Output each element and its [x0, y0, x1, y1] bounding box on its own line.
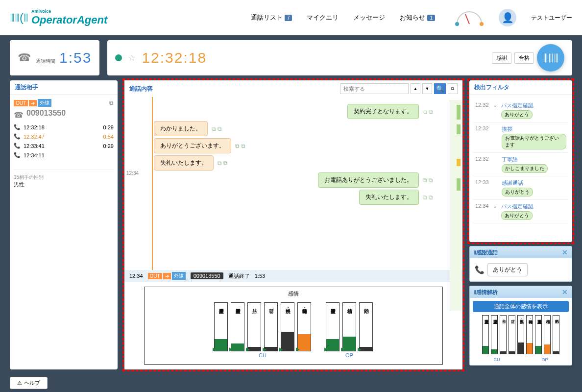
logo-icon: ⦀⦀(⦀: [10, 11, 28, 24]
mini-emotion-bar: 怒り: [500, 315, 507, 354]
emotion-bar: 困惑・不快▶: [281, 302, 294, 351]
search-button[interactable]: 🔍: [434, 83, 446, 94]
caller-panel-title: 通話相手: [10, 80, 118, 95]
copy-icon[interactable]: ⧉: [218, 125, 222, 132]
search-next-button[interactable]: ▼: [422, 83, 432, 94]
message-row: お電話ありがとうございました。⧉⧉: [154, 172, 433, 188]
pass-button[interactable]: 合格: [514, 52, 534, 64]
copy-icon[interactable]: ⧉: [429, 108, 433, 115]
message-row: わかりました。⧉⧉: [154, 121, 433, 136]
message-actions[interactable]: ⧉⧉: [423, 194, 433, 201]
emotion-bar: 通話重要度▶: [231, 302, 244, 351]
message-bubble[interactable]: わかりました。: [154, 121, 208, 136]
phone-icon: 📞: [14, 133, 21, 140]
close-icon[interactable]: ✕: [562, 248, 568, 256]
copy-icon[interactable]: ⧉: [218, 160, 222, 167]
mini-emotion-bar: 期待・興味: [526, 315, 533, 354]
copy-icon[interactable]: ⧉: [429, 194, 433, 201]
help-button[interactable]: ⚠ヘルプ: [10, 377, 48, 389]
copy-icon[interactable]: ⧉: [109, 99, 114, 106]
copy-icon[interactable]: ⧉: [423, 108, 427, 115]
emotion-popup-title: 感情解析: [476, 289, 498, 296]
search-prev-button[interactable]: ▲: [411, 83, 420, 94]
message-actions[interactable]: ⧉⧉: [423, 177, 433, 184]
gender-value: 男性: [14, 181, 114, 188]
show-emotion-button[interactable]: 通話全体の感情を表示: [473, 301, 569, 312]
nav-notice[interactable]: お知らせ1: [400, 13, 435, 22]
filter-panel: 検出フィルタ 12:32⌄パス指定確認ありがとう12:32挨拶お電話ありがとうご…: [469, 80, 572, 242]
thanks-button[interactable]: 感謝: [492, 52, 511, 64]
message-row: 失礼いたします。⧉⧉: [154, 190, 433, 205]
call-history-row[interactable]: 📞12:34:11: [14, 150, 114, 160]
mini-emotion-bar: 積極的: [544, 315, 551, 354]
message-row: 失礼いたします。⧉⧉: [154, 155, 433, 171]
emotion-bar: 通話重要度▶: [214, 302, 228, 351]
copy-icon[interactable]: ⧉: [212, 125, 216, 132]
chevron-down-icon[interactable]: ⌄: [493, 203, 497, 220]
user-name: テストユーザー: [531, 14, 572, 22]
copy-icon[interactable]: ⧉: [423, 177, 427, 184]
thanks-popup-title: 感謝通話: [476, 249, 498, 256]
copy-button[interactable]: ⧉: [448, 83, 458, 94]
message-actions[interactable]: ⧉⧉: [235, 143, 245, 149]
emotion-bar: 怒り▶: [247, 302, 261, 351]
message-actions[interactable]: ⧉⧉: [218, 160, 228, 167]
avatar[interactable]: 👤: [499, 9, 516, 26]
emotion-bar: 通話重要度▶: [326, 302, 340, 351]
message-bubble[interactable]: 失礼いたします。: [154, 155, 214, 171]
warning-icon: ⚠: [17, 380, 22, 386]
message-row: 契約完了となります。⧉⧉: [154, 104, 433, 119]
filter-item[interactable]: 12:32挨拶お電話ありがとうございます: [473, 122, 568, 153]
phone-icon: 📞: [14, 124, 21, 130]
nav-my-query[interactable]: マイクエリ: [307, 13, 339, 22]
call-direction-badge: OUT➜外線: [14, 99, 51, 107]
caller-number: 009013550: [26, 109, 66, 118]
filter-title: 検出フィルタ: [469, 80, 572, 95]
emotion-title: 感情: [146, 289, 440, 298]
call-list-badge: 7: [285, 15, 292, 21]
call-history-row[interactable]: 📞12:33:410:29: [14, 141, 114, 150]
message-bubble[interactable]: 契約完了となります。: [347, 104, 419, 119]
filter-item[interactable]: 12:33感謝通話ありがとう: [473, 176, 568, 200]
topnav: 通話リスト7 マイクエリ メッセージ お知らせ1 👤 テストユーザー: [251, 9, 572, 26]
call-history-row[interactable]: 📞12:32:180:29: [14, 122, 114, 132]
mini-emotion-bar: 活動的: [553, 315, 559, 354]
clock-time: 12:32:18: [142, 49, 207, 66]
filter-item[interactable]: 12:34⌄パス指定確認ありがとう: [473, 200, 568, 223]
cu-label: CU: [214, 352, 311, 358]
message-actions[interactable]: ⧉⧉: [212, 125, 222, 132]
filter-item[interactable]: 12:32⌄パス指定確認ありがとう: [473, 99, 568, 122]
minimap[interactable]: [450, 100, 461, 311]
status-bar: ☎ 通話時間 1:53 ☆ 12:32:18 感謝 合格 ⦀⦀⦀: [0, 35, 582, 80]
thanks-text: ありがとう: [487, 263, 528, 276]
mini-emotion-bar: 困惑・不快: [517, 315, 524, 354]
header: ⦀⦀(⦀ AmiVoice OperatorAgent 通話リスト7 マイクエリ…: [0, 0, 582, 35]
copy-icon[interactable]: ⧉: [235, 143, 240, 149]
filter-item[interactable]: 12:32丁寧語かしこまりました: [473, 153, 568, 176]
clock-panel: ☆ 12:32:18 感謝 合格 ⦀⦀⦀: [107, 40, 572, 75]
copy-icon[interactable]: ⧉: [241, 143, 245, 149]
call-time-label: 通話時間: [36, 58, 55, 65]
logo-text: AmiVoice OperatorAgent: [31, 9, 107, 26]
wave-button[interactable]: ⦀⦀⦀: [537, 44, 564, 72]
conversation-footer: 12:34 OUT➜外線 009013550 通話終了 1:53: [124, 270, 462, 282]
call-history-row[interactable]: 📞12:32:470:54: [14, 132, 114, 141]
copy-icon[interactable]: ⧉: [429, 177, 433, 184]
message-bubble[interactable]: お電話ありがとうございました。: [318, 172, 419, 188]
message-bubble[interactable]: 失礼いたします。: [359, 190, 419, 205]
footer-number: 009013550: [191, 272, 223, 279]
copy-icon[interactable]: ⧉: [223, 160, 228, 167]
search-input[interactable]: [340, 83, 409, 94]
op-label: OP: [326, 352, 373, 358]
mini-emotion-bar: 通話重要度: [491, 315, 498, 354]
chevron-down-icon[interactable]: ⌄: [493, 102, 497, 119]
nav-message[interactable]: メッセージ: [353, 13, 385, 22]
close-icon[interactable]: ✕: [562, 288, 568, 296]
message-actions[interactable]: ⧉⧉: [423, 108, 433, 115]
copy-icon[interactable]: ⧉: [423, 194, 427, 201]
nav-call-list[interactable]: 通話リスト7: [251, 13, 292, 22]
thanks-popup: ⦀ 感謝通話 ✕ 📞 ありがとう: [469, 246, 572, 282]
star-icon[interactable]: ☆: [128, 52, 136, 63]
message-bubble[interactable]: ありがとうございます。: [154, 138, 231, 153]
status-dot-icon: [115, 54, 122, 61]
